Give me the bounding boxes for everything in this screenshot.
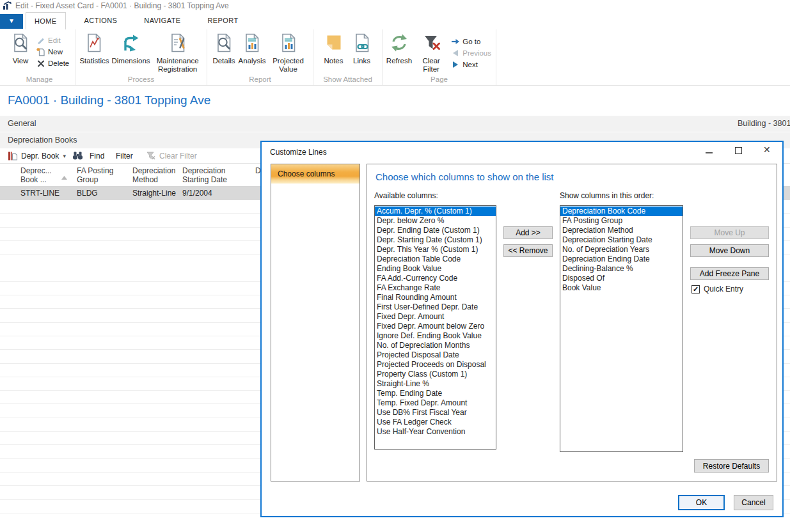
move-down-button[interactable]: Move Down <box>690 244 769 257</box>
app-bar-chart-icon <box>3 1 12 12</box>
clear-filter-toolbar-button[interactable]: Clear Filter <box>146 148 197 163</box>
tab-choose-columns[interactable]: Choose columns <box>271 164 359 184</box>
details-button[interactable]: Details <box>210 31 238 65</box>
document-magnifier-icon <box>10 33 31 55</box>
maintenance-registration-button-label: Maintenance Registration <box>154 57 201 74</box>
list-item[interactable]: Projected Disposal Date <box>375 350 496 360</box>
tab-actions[interactable]: ACTIONS <box>76 12 126 30</box>
links-button[interactable]: Links <box>348 31 376 65</box>
page-title: FA0001 · Building - 3801 Topping Ave <box>8 93 210 107</box>
column-header-fa-posting-group[interactable]: FA PostingGroup <box>77 166 113 184</box>
list-item[interactable]: Final Rounding Amount <box>375 293 496 302</box>
list-item[interactable]: Depr. Starting Date (Custom 1) <box>375 235 496 245</box>
list-item[interactable]: Ending Book Value <box>375 264 496 274</box>
list-item[interactable]: Book Value <box>560 283 683 293</box>
column-header-depreciation-starting-date[interactable]: DepreciationStarting Date <box>182 166 227 184</box>
list-item[interactable]: No. of Depreciation Months <box>375 341 496 350</box>
list-item[interactable]: Depreciation Starting Date <box>560 235 683 245</box>
dimensions-button[interactable]: Dimensions <box>111 31 151 65</box>
list-item[interactable]: Temp. Ending Date <box>375 389 496 398</box>
list-item[interactable]: Depr. below Zero % <box>375 216 496 226</box>
list-item[interactable]: Declining-Balance % <box>560 264 683 274</box>
refresh-button[interactable]: Refresh <box>385 31 413 65</box>
list-item[interactable]: First User-Defined Depr. Date <box>375 302 496 312</box>
delete-button[interactable]: Delete <box>35 58 71 69</box>
edit-button[interactable]: Edit <box>35 35 71 46</box>
group-label-manage: Manage <box>6 75 72 85</box>
list-item[interactable]: Accum. Depr. % (Custom 1) <box>375 207 496 216</box>
list-item[interactable]: Depreciation Table Code <box>375 254 496 264</box>
customize-lines-dialog: Customize Lines ✕ Choose columns Choose … <box>260 141 784 517</box>
list-item[interactable]: No. of Depreciation Years <box>560 245 683 254</box>
restore-defaults-button[interactable]: Restore Defaults <box>694 459 769 473</box>
list-item[interactable]: Disposed Of <box>560 274 683 283</box>
backstage-menu-button[interactable]: ▼ <box>0 14 23 29</box>
list-item[interactable]: FA Add.-Currency Code <box>375 274 496 283</box>
column-header-depreciation-method[interactable]: DepreciationMethod <box>132 166 175 184</box>
line-chart-document-icon <box>84 33 104 55</box>
view-button[interactable]: View <box>6 31 35 65</box>
section-general[interactable]: General Building - 3801 T <box>0 116 790 132</box>
group-label-show-attached: Show Attached <box>316 75 379 85</box>
list-item[interactable]: Projected Proceeds on Disposal <box>375 360 496 370</box>
list-item[interactable]: Depreciation Ending Date <box>560 254 683 264</box>
list-item[interactable]: Fixed Depr. Amount below Zero <box>375 322 496 331</box>
list-item[interactable]: Property Class (Custom 1) <box>375 370 496 379</box>
cancel-button[interactable]: Cancel <box>734 495 773 510</box>
close-icon[interactable]: ✕ <box>763 145 771 155</box>
edit-button-label: Edit <box>48 36 61 44</box>
clear-filter-toolbar-label: Clear Filter <box>159 152 197 160</box>
remove-button[interactable]: << Remove <box>503 244 553 257</box>
tab-report[interactable]: REPORT <box>200 12 247 30</box>
tab-home[interactable]: HOME <box>26 12 66 30</box>
analysis-button[interactable]: Analysis <box>238 31 266 65</box>
show-columns-label: Show columns in this order: <box>560 191 654 200</box>
list-item[interactable]: Temp. Fixed Depr. Amount <box>375 398 496 408</box>
maintenance-registration-button[interactable]: Maintenance Registration <box>151 31 204 74</box>
move-up-button[interactable]: Move Up <box>690 226 769 239</box>
minimize-icon[interactable] <box>706 152 713 153</box>
available-columns-listbox[interactable]: Accum. Depr. % (Custom 1) Depr. below Ze… <box>374 205 496 450</box>
add-button[interactable]: Add >> <box>503 226 553 239</box>
show-columns-listbox[interactable]: Depreciation Book Code FA Posting Group … <box>560 205 683 452</box>
list-item[interactable]: Fixed Depr. Amount <box>375 312 496 322</box>
list-item[interactable]: Use FA Ledger Check <box>375 418 496 427</box>
goto-button[interactable]: Go to <box>449 36 493 47</box>
bar-chart-document-icon <box>278 33 299 55</box>
tab-navigate[interactable]: NAVIGATE <box>136 12 189 30</box>
funnel-x-gray-icon <box>146 151 156 160</box>
list-item[interactable]: Use Half-Year Convention <box>375 427 496 437</box>
document-tools-icon <box>168 33 188 55</box>
quick-entry-checkbox[interactable]: ✓ <box>691 285 700 293</box>
list-item[interactable]: FA Exchange Rate <box>375 283 496 293</box>
clear-filter-button[interactable]: Clear Filter <box>413 31 449 74</box>
list-item[interactable]: Straight-Line % <box>375 379 496 389</box>
list-item[interactable]: FA Posting Group <box>560 216 683 226</box>
list-item[interactable]: Depr. This Year % (Custom 1) <box>375 245 496 254</box>
ok-button[interactable]: OK <box>678 495 725 510</box>
cell-fa-posting-group: BLDG <box>77 189 98 198</box>
list-item[interactable]: Depreciation Method <box>560 226 683 235</box>
add-freeze-pane-button[interactable]: Add Freeze Pane <box>690 267 769 280</box>
previous-button[interactable]: Previous <box>449 47 493 59</box>
filter-button[interactable]: Filter <box>116 148 133 163</box>
notes-button[interactable]: Notes <box>320 31 348 65</box>
projected-value-button[interactable]: Projected Value <box>266 31 310 74</box>
statistics-button[interactable]: Statistics <box>78 31 111 65</box>
find-button[interactable]: Find <box>72 148 104 163</box>
list-item[interactable]: Depreciation Book Code <box>560 207 683 216</box>
list-item[interactable]: Use DB% First Fiscal Year <box>375 408 496 418</box>
maximize-icon[interactable] <box>735 147 742 154</box>
section-general-value: Building - 3801 T <box>738 116 790 132</box>
list-item[interactable]: Depr. Ending Date (Custom 1) <box>375 226 496 235</box>
statistics-button-label: Statistics <box>79 57 109 65</box>
next-button[interactable]: Next <box>449 59 493 70</box>
column-header-depr-book[interactable]: Deprec...Book ... <box>20 166 52 184</box>
list-item[interactable]: Ignore Def. Ending Book Value <box>375 331 496 341</box>
new-button[interactable]: New <box>35 46 71 58</box>
cell-depreciation-starting-date: 9/1/2004 <box>182 189 212 198</box>
depr-book-menu-button[interactable]: Depr. Book ▾ <box>8 148 66 163</box>
cell-depr-book-code: STRT-LINE <box>20 189 59 198</box>
dialog-tab-panel: Choose columns <box>271 164 360 481</box>
view-button-label: View <box>13 57 29 65</box>
